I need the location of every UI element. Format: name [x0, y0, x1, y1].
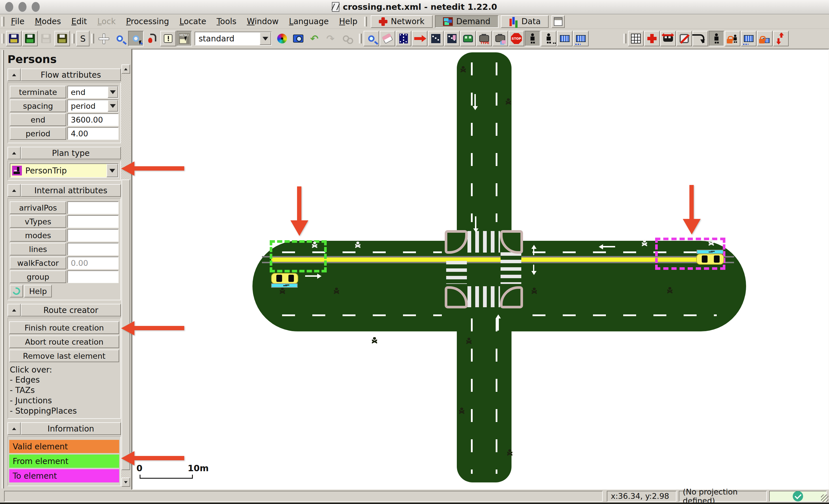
crosswalk-east[interactable] — [501, 252, 521, 284]
lock-container-button[interactable] — [757, 31, 772, 46]
save-sumoconfig-button[interactable] — [6, 31, 22, 46]
frame-grip[interactable] — [2, 50, 4, 489]
save-demand-button[interactable] — [55, 31, 70, 46]
menu-check-button[interactable]: MENU — [176, 31, 192, 46]
sidebar-scrollbar[interactable] — [121, 65, 130, 487]
walkfactor-input[interactable] — [67, 257, 118, 269]
vehicle-west[interactable] — [271, 273, 298, 284]
group-label-button[interactable]: group — [10, 270, 66, 283]
color-scheme-button[interactable] — [274, 31, 290, 46]
menu-file[interactable]: File — [6, 15, 30, 27]
person-plan-mode-button[interactable] — [541, 31, 556, 46]
plan-type-header[interactable]: Plan type — [21, 147, 121, 159]
toolbar-grip[interactable] — [1, 17, 4, 27]
route-creator-header[interactable]: Route creator — [21, 304, 121, 316]
zoom-button[interactable] — [112, 31, 128, 46]
screenshot-button[interactable] — [290, 31, 306, 46]
period-label-button[interactable]: period — [10, 127, 66, 140]
type-distribution-mode-button[interactable] — [493, 31, 508, 46]
s-button[interactable]: S — [76, 31, 89, 46]
busstop-east[interactable] — [696, 250, 723, 254]
supermode-demand-button[interactable]: Demand — [435, 15, 499, 28]
terminate-dropdown-button[interactable] — [108, 86, 118, 98]
terminate-label-button[interactable]: terminate — [10, 86, 66, 99]
internal-attributes-header[interactable]: Internal attributes — [21, 184, 121, 197]
message-window-button[interactable] — [160, 31, 176, 46]
toolbar-grip[interactable] — [364, 17, 367, 27]
collapse-plan-type-button[interactable] — [7, 147, 21, 159]
group-input[interactable] — [67, 270, 118, 283]
arrivalpos-label-button[interactable]: arrivalPos — [10, 201, 66, 214]
network-canvas[interactable]: 0 10m — [132, 49, 829, 490]
vtypes-label-button[interactable]: vTypes — [10, 215, 66, 228]
show-container-plans-button[interactable] — [741, 31, 756, 46]
scroll-up-button[interactable] — [121, 65, 130, 74]
toolbar-grip[interactable] — [72, 34, 75, 43]
type-mode-button[interactable]: TYPE — [476, 31, 492, 46]
reset-button[interactable] — [10, 285, 23, 298]
menu-modes[interactable]: Modes — [30, 15, 66, 27]
vehicle-east[interactable] — [696, 254, 724, 265]
flow-attributes-header[interactable]: Flow attributes — [21, 69, 121, 81]
menu-language[interactable]: Language — [284, 15, 334, 27]
menu-tools[interactable]: Tools — [211, 15, 242, 27]
abort-route-creation-button[interactable]: Abort route creation — [9, 336, 119, 348]
lines-input[interactable] — [67, 243, 118, 256]
collapse-flow-attributes-button[interactable] — [7, 69, 21, 81]
view-scheme-combo[interactable]: standard — [194, 32, 272, 45]
vehicle-mode-button[interactable] — [460, 31, 476, 46]
from-edge-highlight[interactable] — [270, 240, 327, 272]
modes-input[interactable] — [67, 229, 118, 242]
hide-shapes-button[interactable] — [677, 31, 692, 46]
collapse-route-creator-button[interactable] — [7, 304, 21, 316]
view-scheme-dropdown-button[interactable] — [260, 32, 271, 45]
delete-mode-button[interactable] — [380, 31, 395, 46]
spacing-label-button[interactable]: spacing — [10, 100, 66, 112]
show-person-plans-button[interactable] — [709, 31, 724, 46]
modes-label-button[interactable]: modes — [10, 229, 66, 242]
menu-window[interactable]: Window — [242, 15, 284, 27]
toolbar-grip[interactable] — [1, 34, 4, 43]
junction-shape-button[interactable] — [644, 31, 660, 46]
crosswalk-south[interactable] — [467, 286, 500, 307]
walkfactor-label-button[interactable]: walkFactor — [10, 257, 66, 269]
resize-grip[interactable] — [821, 495, 828, 502]
collapse-information-button[interactable] — [7, 422, 21, 435]
save-network-button[interactable] — [22, 31, 38, 46]
remove-last-element-button[interactable]: Remove last element — [9, 350, 119, 362]
route-distribution-mode-button[interactable] — [444, 31, 460, 46]
plan-type-combo[interactable]: PersonTrip — [10, 163, 118, 178]
select-mode-button[interactable] — [396, 31, 411, 46]
show-grid-button[interactable] — [628, 31, 644, 46]
toolbar-grip[interactable] — [623, 34, 626, 43]
container-plan-mode-button[interactable] — [573, 31, 589, 46]
end-label-button[interactable]: end — [10, 113, 66, 126]
plan-type-dropdown-button[interactable] — [107, 164, 118, 177]
toolbar-grip[interactable] — [359, 34, 362, 43]
spacing-dropdown-button[interactable] — [108, 100, 118, 112]
crosswalk-west[interactable] — [446, 261, 467, 284]
show-demand-elements-button[interactable] — [660, 31, 676, 46]
recenter-view-button[interactable] — [96, 31, 111, 46]
show-overlapped-routes-button[interactable] — [773, 31, 789, 46]
finish-route-creation-button[interactable]: Finish route creation — [9, 321, 119, 334]
collapse-internal-attributes-button[interactable] — [7, 184, 21, 197]
period-input[interactable] — [67, 127, 118, 140]
menu-locate[interactable]: Locate — [174, 15, 211, 27]
lines-label-button[interactable]: lines — [10, 243, 66, 256]
supermode-network-button[interactable]: Network — [371, 15, 433, 28]
help-button[interactable]: Help — [24, 285, 52, 298]
arrivalpos-input[interactable] — [67, 201, 118, 214]
container-mode-button[interactable] — [557, 31, 573, 46]
busstop-west[interactable] — [271, 283, 298, 288]
menu-help[interactable]: Help — [334, 15, 363, 27]
supermode-data-button[interactable]: Data — [501, 15, 549, 28]
menu-processing[interactable]: Processing — [121, 15, 174, 27]
context-help-button[interactable] — [144, 31, 160, 46]
person-mode-button[interactable] — [525, 31, 540, 46]
undo-button[interactable]: ↶ — [307, 31, 322, 46]
stop-mode-button[interactable]: STOP — [509, 31, 524, 46]
terminate-combo[interactable]: end — [67, 86, 118, 99]
information-header[interactable]: Information — [21, 422, 121, 435]
move-mode-button[interactable] — [412, 31, 427, 46]
